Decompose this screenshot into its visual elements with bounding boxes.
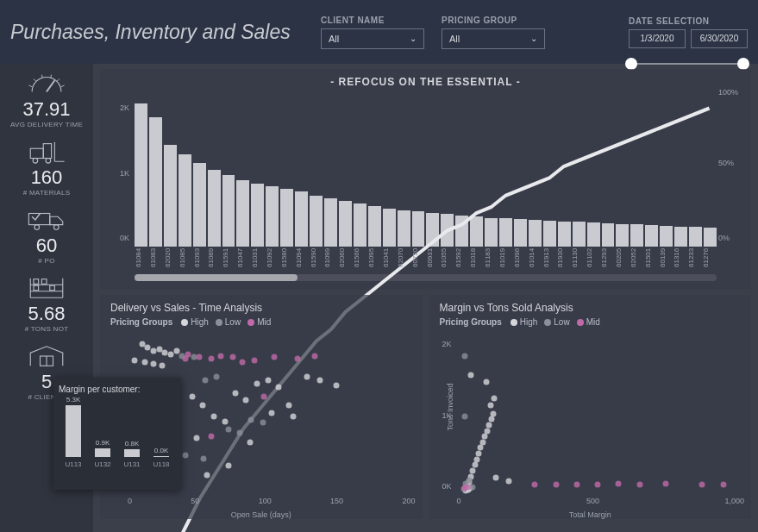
scatter-point[interactable] [173, 347, 179, 354]
pareto-bar[interactable] [602, 223, 615, 247]
pareto-bar[interactable] [441, 214, 454, 247]
scatter-point[interactable] [317, 378, 323, 384]
pareto-bar[interactable] [339, 201, 352, 247]
pareto-bar[interactable] [704, 228, 717, 247]
pareto-bar[interactable] [280, 189, 293, 247]
pareto-bar[interactable] [426, 213, 439, 247]
pareto-bar[interactable] [324, 198, 337, 247]
scatter-point[interactable] [276, 384, 282, 390]
pareto-bar[interactable] [645, 225, 658, 247]
scatter-point[interactable] [492, 475, 498, 481]
pareto-bar[interactable] [470, 216, 483, 247]
scatter-point[interactable] [488, 416, 494, 422]
scatter-point[interactable] [251, 358, 257, 364]
scatter-point[interactable] [484, 379, 490, 385]
legend-item[interactable]: High [511, 317, 538, 327]
date-from[interactable]: 1/3/2020 [629, 29, 686, 48]
scatter-point[interactable] [720, 482, 726, 488]
scatter-point[interactable] [699, 481, 705, 487]
pareto-bar[interactable] [193, 163, 206, 247]
legend-item[interactable]: Low [216, 317, 241, 327]
scatter-point[interactable] [663, 480, 669, 486]
date-to[interactable]: 6/30/2020 [691, 29, 748, 48]
scatter-point[interactable] [478, 445, 484, 451]
pareto-bar[interactable] [164, 145, 177, 247]
scatter-point[interactable] [290, 413, 296, 419]
scatter-point[interactable] [616, 481, 622, 487]
scatter-point[interactable] [472, 462, 478, 468]
scatter-point[interactable] [218, 353, 224, 359]
pareto-bar[interactable] [689, 227, 702, 247]
pareto-bar[interactable] [222, 175, 235, 247]
scatter-point[interactable] [573, 481, 579, 487]
scatter-point[interactable] [553, 482, 559, 488]
scatter-point[interactable] [168, 351, 174, 357]
scatter-point[interactable] [233, 391, 239, 397]
pareto-bar[interactable] [368, 206, 381, 247]
pareto-bar[interactable] [179, 154, 191, 247]
scatter-point[interactable] [211, 413, 217, 419]
slider-handle-to[interactable] [737, 58, 749, 70]
scatter-point[interactable] [294, 356, 300, 362]
legend-item[interactable]: Mid [247, 317, 271, 327]
scatter-point[interactable] [247, 440, 253, 446]
scatter-point[interactable] [142, 360, 148, 366]
legend-item[interactable]: Mid [577, 317, 600, 327]
scatter-point[interactable] [285, 402, 291, 408]
pareto-bar[interactable] [135, 103, 147, 247]
scatter-point[interactable] [490, 410, 496, 416]
scatter-point[interactable] [486, 422, 492, 429]
scatter-point[interactable] [461, 414, 467, 420]
scatter-point[interactable] [208, 433, 214, 439]
pareto-bar[interactable] [149, 117, 162, 247]
scatter-point[interactable] [482, 434, 488, 440]
scatter-point[interactable] [204, 473, 210, 479]
pareto-bar[interactable] [455, 216, 468, 247]
pareto-scrollbar[interactable] [135, 274, 717, 281]
pareto-bar[interactable] [573, 222, 586, 247]
pareto-bar[interactable] [674, 227, 687, 247]
scatter-point[interactable] [484, 428, 490, 434]
pareto-bar[interactable] [529, 220, 542, 247]
pareto-bar[interactable] [398, 210, 410, 247]
scatter-point[interactable] [465, 484, 471, 490]
scatter-point[interactable] [208, 356, 214, 362]
pareto-bar[interactable] [558, 222, 571, 247]
scatter-point[interactable] [333, 382, 339, 388]
scatter-point[interactable] [132, 358, 138, 364]
legend-item[interactable]: High [181, 317, 209, 327]
scatter-point[interactable] [261, 394, 267, 400]
scatter-point[interactable] [506, 479, 512, 485]
scatter-point[interactable] [268, 410, 274, 416]
pareto-bar[interactable] [485, 218, 498, 247]
scatter-point[interactable] [182, 356, 188, 362]
scatter-point[interactable] [468, 372, 474, 379]
scatter-point[interactable] [222, 418, 229, 424]
pareto-bar[interactable] [266, 186, 279, 247]
scatter-point[interactable] [311, 353, 317, 359]
scatter-point[interactable] [214, 374, 220, 380]
pareto-chart[interactable]: 0K 1K 2K 0% 50% 100% 6108461083620206108… [110, 88, 741, 285]
scatter-point[interactable] [194, 435, 200, 441]
scatter-point[interactable] [225, 462, 231, 468]
scatter-point[interactable] [462, 353, 468, 359]
scrollbar-thumb[interactable] [135, 274, 298, 281]
pareto-bar[interactable] [208, 170, 221, 247]
pareto-bar[interactable] [310, 196, 323, 247]
scatter-point[interactable] [229, 354, 235, 360]
scatter-point[interactable] [476, 451, 482, 457]
pareto-bar[interactable] [543, 221, 556, 247]
date-range-slider[interactable] [629, 59, 746, 69]
scatter-right-chart[interactable] [457, 331, 745, 495]
scatter-point[interactable] [248, 416, 254, 422]
client-select[interactable]: All ⌄ [321, 28, 424, 49]
pareto-bar[interactable] [499, 218, 512, 247]
scatter-point[interactable] [203, 378, 209, 384]
scatter-point[interactable] [470, 467, 476, 473]
scatter-point[interactable] [304, 374, 310, 380]
pareto-bar[interactable] [616, 224, 629, 247]
scatter-point[interactable] [474, 456, 480, 462]
scatter-point[interactable] [479, 439, 485, 445]
legend-item[interactable]: Low [544, 317, 569, 327]
scatter-point[interactable] [240, 360, 246, 366]
